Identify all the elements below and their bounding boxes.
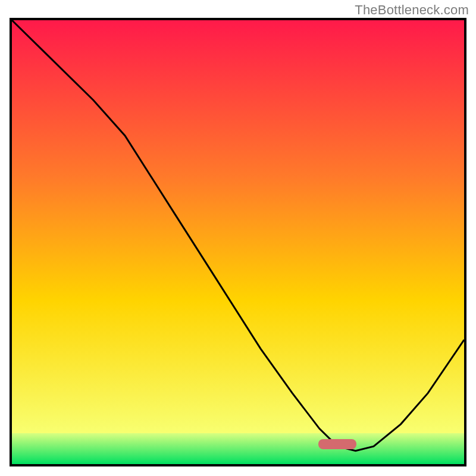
watermark-text: TheBottleneck.com <box>355 2 469 18</box>
bottleneck-curve-svg <box>12 20 464 464</box>
bottleneck-curve <box>12 20 464 451</box>
optimal-marker <box>318 439 357 449</box>
chart-canvas: TheBottleneck.com <box>0 0 476 476</box>
plot-frame <box>10 18 466 466</box>
plot-area <box>10 18 466 466</box>
